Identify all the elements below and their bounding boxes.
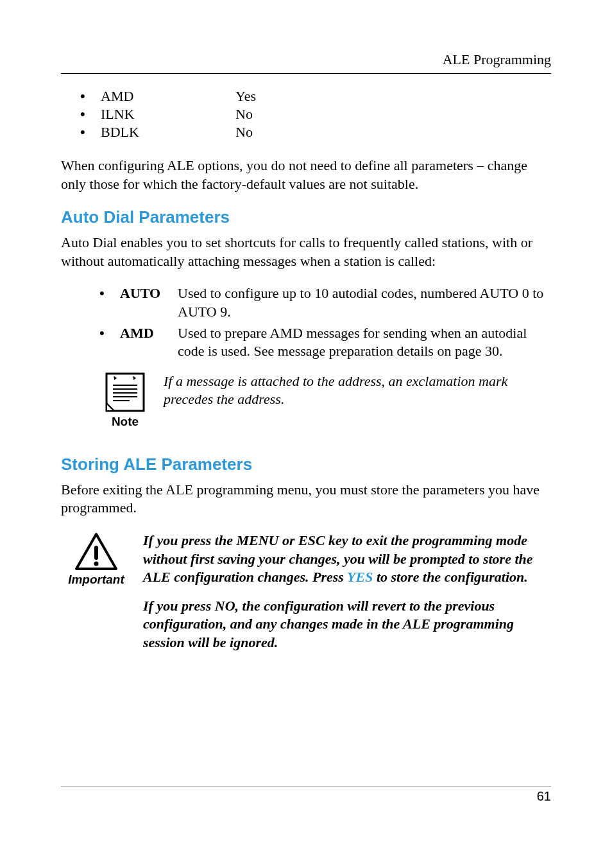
auto-dial-paragraph: Auto Dial enables you to set shortcuts f… [61, 234, 551, 270]
definition-description: Used to configure up to 10 autodial code… [178, 284, 551, 321]
note-icon-wrap: Note [99, 372, 151, 429]
bullet-label: AMD [101, 88, 235, 105]
bullet-icon: • [80, 106, 101, 123]
note-caption: Note [112, 415, 139, 429]
definition-description: Used to prepare AMD messages for sending… [178, 324, 551, 361]
bullet-value: No [235, 124, 253, 141]
definition-term: AMD [120, 324, 178, 343]
bullet-row: • AMD Yes [80, 88, 551, 105]
note-block: Note If a message is attached to the add… [99, 372, 551, 429]
section-heading-auto-dial: Auto Dial Parameters [61, 207, 551, 227]
options-bullet-list: • AMD Yes • ILNK No • BDLK No [80, 88, 551, 141]
bullet-label: ILNK [101, 106, 235, 123]
bullet-icon: • [99, 284, 120, 303]
note-icon [105, 372, 145, 412]
header-title: ALE Programming [443, 51, 551, 67]
svg-rect-9 [94, 546, 98, 560]
bullet-value: Yes [235, 88, 256, 105]
note-text: If a message is attached to the address,… [164, 372, 551, 409]
warning-icon [74, 532, 119, 571]
important-text-p2: If you press NO, the configuration will … [143, 597, 551, 652]
bullet-label: BDLK [101, 124, 235, 141]
page-number: 61 [537, 789, 551, 803]
svg-point-10 [94, 561, 99, 566]
important-text: If you press the MENU or ESC key to exit… [143, 532, 551, 663]
storing-paragraph: Before exiting the ALE programming menu,… [61, 481, 551, 517]
definition-list: • AUTO Used to configure up to 10 autodi… [99, 284, 551, 360]
definition-row: • AUTO Used to configure up to 10 autodi… [99, 284, 551, 321]
important-block: Important If you press the MENU or ESC k… [61, 532, 551, 663]
section-heading-storing: Storing ALE Parameters [61, 455, 551, 474]
bullet-value: No [235, 106, 253, 123]
bullet-row: • ILNK No [80, 106, 551, 123]
bullet-row: • BDLK No [80, 124, 551, 141]
bullet-icon: • [99, 324, 120, 343]
bullet-icon: • [80, 124, 101, 141]
yes-word: YES [347, 569, 373, 585]
important-icon-wrap: Important [61, 532, 132, 587]
bullet-icon: • [80, 88, 101, 105]
definition-term: AUTO [120, 284, 178, 303]
important-caption: Important [68, 573, 124, 587]
page-footer: 61 [61, 786, 551, 804]
definition-row: • AMD Used to prepare AMD messages for s… [99, 324, 551, 361]
important-text-p1-after: to store the configuration. [373, 569, 527, 585]
intro-paragraph: When configuring ALE options, you do not… [61, 157, 551, 193]
page-header: ALE Programming [61, 51, 551, 74]
